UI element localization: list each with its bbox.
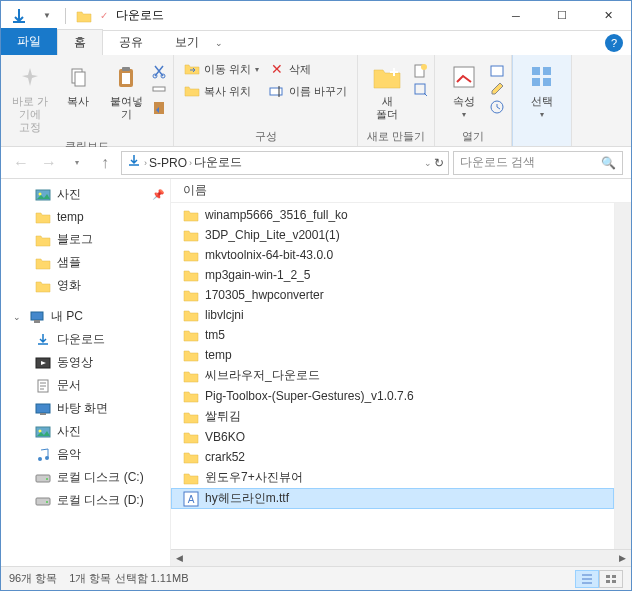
delete-button[interactable]: ✕ 삭제	[265, 59, 351, 79]
cut-icon[interactable]	[151, 63, 167, 79]
file-name: tm5	[205, 328, 225, 342]
nav-item-영화[interactable]: 영화	[1, 274, 170, 297]
horizontal-scrollbar[interactable]: ◀ ▶	[171, 549, 631, 566]
nav-item-label: 사진	[57, 423, 81, 440]
file-item[interactable]: temp	[171, 345, 614, 365]
nav-item-downloads[interactable]: 다운로드	[1, 328, 170, 351]
file-item[interactable]: Ahy헤드라인m.ttf	[171, 488, 614, 509]
file-item[interactable]: Pig-Toolbox-(Super-Gestures)_v1.0.7.6	[171, 386, 614, 406]
svg-rect-18	[532, 78, 540, 86]
tab-view[interactable]: 보기	[159, 30, 215, 55]
scroll-left-icon[interactable]: ◀	[171, 550, 188, 567]
chevron-right-icon[interactable]: ›	[189, 158, 192, 168]
folder-icon	[183, 429, 199, 445]
tab-share[interactable]: 공유	[103, 30, 159, 55]
paste-button[interactable]: 붙여넣기	[103, 59, 149, 123]
search-input[interactable]: 다운로드 검색 🔍	[453, 151, 623, 175]
nav-up-button[interactable]: ↑	[93, 151, 117, 175]
file-item[interactable]: VB6KO	[171, 427, 614, 447]
view-details-button[interactable]	[575, 570, 599, 588]
rename-button[interactable]: 이름 바꾸기	[265, 81, 351, 101]
file-name: hy헤드라인m.ttf	[205, 490, 289, 507]
pin-icon	[14, 61, 46, 93]
file-item[interactable]: winamp5666_3516_full_ko	[171, 205, 614, 225]
tab-file[interactable]: 파일	[1, 28, 57, 55]
file-item[interactable]: libvlcjni	[171, 305, 614, 325]
scroll-right-icon[interactable]: ▶	[614, 550, 631, 567]
nav-item-샘플[interactable]: 샘플	[1, 251, 170, 274]
file-item[interactable]: 씨브라우저_다운로드	[171, 365, 614, 386]
file-name: crark52	[205, 450, 245, 464]
folder-icon	[183, 267, 199, 283]
qat-separator	[65, 8, 66, 24]
folder-icon	[183, 327, 199, 343]
navigation-pane[interactable]: 사진📌temp블로그샘플영화⌄내 PC다운로드동영상문서바탕 화면사진음악로컬 …	[1, 179, 171, 566]
svg-rect-40	[606, 580, 610, 583]
file-item[interactable]: 윈도우7+사진뷰어	[171, 467, 614, 488]
file-item[interactable]: 3DP_Chip_Lite_v2001(1)	[171, 225, 614, 245]
file-item[interactable]: tm5	[171, 325, 614, 345]
file-item[interactable]: mp3gain-win-1_2_5	[171, 265, 614, 285]
select-button[interactable]: 선택 ▾	[519, 59, 565, 122]
breadcrumb-segment[interactable]: S-PRO	[149, 156, 187, 170]
address-path[interactable]: › S-PRO › 다운로드 ⌄ ↻	[121, 151, 449, 175]
copy-path-icon[interactable]	[151, 81, 167, 97]
nav-item-drive[interactable]: 로컬 디스크 (D:)	[1, 489, 170, 512]
svg-rect-23	[34, 320, 40, 323]
easy-access-icon[interactable]	[412, 81, 428, 97]
copy-button[interactable]: 복사	[55, 59, 101, 110]
tab-home[interactable]: 홈	[57, 29, 103, 55]
breadcrumb-segment[interactable]: 다운로드	[194, 154, 242, 171]
nav-item-desktop[interactable]: 바탕 화면	[1, 397, 170, 420]
ribbon-collapse-icon[interactable]: ⌄	[215, 38, 223, 48]
nav-item-music[interactable]: 음악	[1, 443, 170, 466]
new-folder-button[interactable]: 새 폴더	[364, 59, 410, 123]
paste-shortcut-icon[interactable]	[151, 99, 167, 115]
nav-item-documents[interactable]: 문서	[1, 374, 170, 397]
column-header-name[interactable]: 이름	[171, 179, 631, 203]
folder-icon	[183, 388, 199, 404]
svg-rect-41	[612, 580, 616, 583]
edit-icon[interactable]	[489, 81, 505, 97]
help-button[interactable]: ?	[605, 34, 623, 52]
nav-forward-button[interactable]: →	[37, 151, 61, 175]
ribbon-group-label: 새로 만들기	[364, 127, 428, 144]
file-name: mkvtoolnix-64-bit-43.0.0	[205, 248, 333, 262]
svg-rect-14	[491, 66, 503, 76]
nav-item-블로그[interactable]: 블로그	[1, 228, 170, 251]
nav-item-videos[interactable]: 동영상	[1, 351, 170, 374]
nav-item-사진[interactable]: 사진📌	[1, 183, 170, 206]
nav-item-temp[interactable]: temp	[1, 206, 170, 228]
copy-to-button[interactable]: 복사 위치	[180, 81, 263, 101]
address-dropdown-icon[interactable]: ⌄	[424, 158, 432, 168]
file-item[interactable]: mkvtoolnix-64-bit-43.0.0	[171, 245, 614, 265]
minimize-button[interactable]: ─	[493, 1, 539, 31]
move-to-button[interactable]: 이동 위치▾	[180, 59, 263, 79]
qat-dropdown-icon[interactable]: ▼	[35, 4, 59, 28]
folder-icon[interactable]	[72, 4, 96, 28]
nav-item-label: 동영상	[57, 354, 93, 371]
nav-item-this-pc[interactable]: ⌄내 PC	[1, 305, 170, 328]
nav-back-button[interactable]: ←	[9, 151, 33, 175]
properties-icon	[448, 61, 480, 93]
maximize-button[interactable]: ☐	[539, 1, 585, 31]
svg-point-30	[38, 457, 42, 461]
new-item-icon[interactable]	[412, 63, 428, 79]
file-item[interactable]: 쌀튀김	[171, 406, 614, 427]
view-thumbnails-button[interactable]	[599, 570, 623, 588]
chevron-right-icon[interactable]: ›	[144, 158, 147, 168]
file-pane: 이름 winamp5666_3516_full_ko3DP_Chip_Lite_…	[171, 179, 631, 566]
nav-recent-dropdown[interactable]: ▾	[65, 151, 89, 175]
refresh-icon[interactable]: ↻	[434, 156, 444, 170]
open-icon[interactable]	[489, 63, 505, 79]
pin-to-quickaccess-button[interactable]: 바로 가기에 고정	[7, 59, 53, 137]
nav-item-pictures[interactable]: 사진	[1, 420, 170, 443]
file-item[interactable]: 170305_hwpconverter	[171, 285, 614, 305]
close-button[interactable]: ✕	[585, 1, 631, 31]
file-list[interactable]: winamp5666_3516_full_ko3DP_Chip_Lite_v20…	[171, 203, 614, 549]
properties-button[interactable]: 속성 ▾	[441, 59, 487, 122]
file-item[interactable]: crark52	[171, 447, 614, 467]
nav-item-drive[interactable]: 로컬 디스크 (C:)	[1, 466, 170, 489]
vertical-scrollbar[interactable]	[614, 203, 631, 549]
history-icon[interactable]	[489, 99, 505, 115]
